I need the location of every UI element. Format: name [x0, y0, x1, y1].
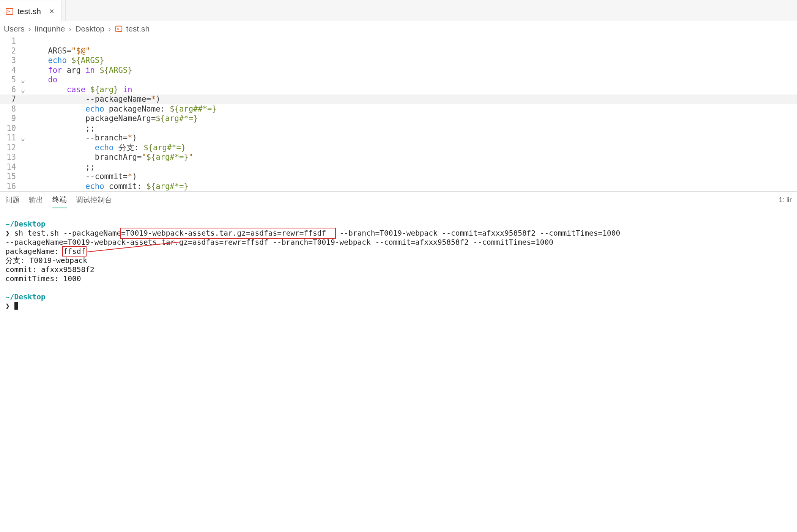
fold-toggle[interactable]: ⌄: [18, 133, 28, 143]
line-number: 5: [0, 75, 18, 85]
code-content[interactable]: echo commit: ${arg#*=}: [28, 182, 189, 192]
editor-line[interactable]: 1: [0, 36, 797, 46]
line-number: 16: [0, 182, 18, 192]
editor-line[interactable]: 14 ;;: [0, 162, 797, 172]
line-number: 4: [0, 66, 18, 76]
editor-line[interactable]: 11⌄ --branch=*): [0, 133, 797, 143]
line-number: 11: [0, 133, 18, 143]
chevron-right-icon: ›: [26, 24, 33, 33]
line-number: 10: [0, 124, 18, 134]
code-content[interactable]: do: [28, 75, 57, 85]
terminal-content[interactable]: ~/Desktop ❯ sh test.sh --packageName=T00…: [0, 208, 797, 315]
terminal-prompt: ❯: [5, 229, 10, 238]
tab-problems[interactable]: 问题: [5, 192, 20, 208]
line-number: 15: [0, 172, 18, 182]
line-number: 12: [0, 143, 18, 153]
tab-output[interactable]: 输出: [29, 192, 43, 208]
shell-file-icon: >_: [5, 7, 14, 16]
line-number: 2: [0, 46, 18, 56]
editor-line[interactable]: 13 branchArg="${arg#*=}": [0, 153, 797, 162]
terminal-cwd: ~/Desktop: [5, 293, 46, 301]
editor-line[interactable]: 5⌄ do: [0, 75, 797, 85]
shell-file-icon: >_: [115, 25, 123, 33]
line-number: 3: [0, 56, 18, 66]
editor-line[interactable]: 12 echo 分支: ${arg#*=}: [0, 143, 797, 153]
breadcrumb-item[interactable]: test.sh: [126, 24, 150, 33]
svg-text:>_: >_: [7, 9, 13, 14]
code-content[interactable]: packageNameArg=${arg#*=}: [28, 114, 198, 124]
editor-line[interactable]: 3 echo ${ARGS}: [0, 56, 797, 66]
terminal-cwd: ~/Desktop: [5, 220, 46, 228]
code-content[interactable]: ;;: [28, 124, 95, 134]
terminal-output-line: packageName: ffsdf: [5, 247, 85, 256]
code-content[interactable]: echo 分支: ${arg#*=}: [28, 143, 186, 153]
tab-bar: >_ test.sh ×: [0, 0, 797, 21]
line-number: 14: [0, 162, 18, 172]
fold-toggle[interactable]: ⌄: [18, 75, 28, 85]
code-content[interactable]: ;;: [28, 162, 95, 172]
chevron-right-icon: ›: [66, 24, 74, 33]
line-number: 1: [0, 36, 18, 46]
code-content[interactable]: branchArg="${arg#*=}": [28, 153, 193, 162]
terminal-output-line: commitTimes: 1000: [5, 274, 81, 283]
code-content[interactable]: echo packageName: ${arg##*=}: [28, 104, 217, 114]
editor-line[interactable]: 8 echo packageName: ${arg##*=}: [0, 104, 797, 114]
editor-line[interactable]: 6⌄ case ${arg} in: [0, 85, 797, 95]
tab-debug-console[interactable]: 调试控制台: [76, 192, 112, 208]
panel-tab-bar: 问题 输出 终端 调试控制台 1: lir: [0, 192, 797, 208]
tab-label: test.sh: [17, 7, 41, 16]
code-content[interactable]: --packageName=*): [28, 94, 161, 104]
breadcrumb[interactable]: Users›linqunhe›Desktop›>_test.sh: [0, 21, 797, 36]
editor-line[interactable]: 2 ARGS="$@": [0, 46, 797, 56]
bottom-panel: 问题 输出 终端 调试控制台 1: lir ~/Desktop ❯ sh tes…: [0, 191, 797, 315]
tab-test-sh[interactable]: >_ test.sh ×: [0, 0, 61, 22]
breadcrumb-item[interactable]: linqunhe: [35, 24, 65, 33]
line-number: 6: [0, 85, 18, 95]
code-content[interactable]: --branch=*): [28, 133, 137, 143]
breadcrumb-item[interactable]: Users: [4, 24, 25, 33]
terminal-prompt: ❯: [5, 302, 10, 310]
line-number: 13: [0, 153, 18, 162]
tab-divider: [65, 0, 66, 21]
code-content[interactable]: echo ${ARGS}: [28, 56, 104, 66]
editor-line[interactable]: 7 --packageName=*): [0, 94, 797, 104]
editor-line[interactable]: 16 echo commit: ${arg#*=}: [0, 182, 797, 192]
editor-line[interactable]: 9 packageNameArg=${arg#*=}: [0, 114, 797, 124]
code-content[interactable]: for arg in ${ARGS}: [28, 66, 132, 76]
code-content[interactable]: ARGS="$@": [28, 46, 90, 56]
editor-line[interactable]: 10 ;;: [0, 124, 797, 134]
fold-toggle[interactable]: ⌄: [18, 85, 28, 95]
line-number: 8: [0, 104, 18, 114]
terminal-output-line: commit: afxxx95858f2: [5, 265, 95, 274]
close-icon[interactable]: ×: [48, 6, 56, 16]
terminal-output-line: 分支: T0019-webpack: [5, 256, 87, 265]
terminal-output-line: --packageName=T0019-webpack-assets.tar.g…: [5, 238, 553, 247]
line-number: 9: [0, 114, 18, 124]
svg-text:>_: >_: [117, 27, 122, 31]
editor-line[interactable]: 15 --commit=*): [0, 172, 797, 182]
editor-line[interactable]: 4 for arg in ${ARGS}: [0, 66, 797, 76]
terminal-command: sh test.sh --packageName=T0019-webpack-a…: [14, 229, 621, 238]
code-content[interactable]: case ${arg} in: [28, 85, 132, 95]
breadcrumb-item[interactable]: Desktop: [75, 24, 104, 33]
terminal-cursor: [14, 302, 18, 310]
tab-terminal[interactable]: 终端: [52, 192, 67, 208]
code-content[interactable]: --commit=*): [28, 172, 137, 182]
terminal-selector[interactable]: 1: lir: [779, 196, 792, 204]
code-editor[interactable]: 12 ARGS="$@"3 echo ${ARGS}4 for arg in $…: [0, 36, 797, 191]
line-number: 7: [0, 94, 18, 104]
chevron-right-icon: ›: [106, 24, 113, 33]
